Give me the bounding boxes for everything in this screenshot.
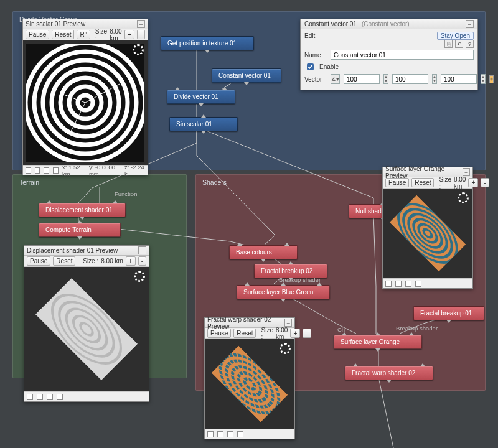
node-get-position[interactable]: Get position in texture 01 (161, 36, 254, 50)
view-icon[interactable] (385, 281, 392, 287)
node-surface-layer-orange[interactable]: Surface layer Orange (334, 335, 422, 349)
port-in[interactable] (77, 220, 82, 223)
view-icon[interactable] (57, 394, 63, 400)
port-in[interactable] (409, 332, 414, 335)
zoom-in-button[interactable]: + (290, 329, 300, 338)
preview-surface-orange[interactable]: Surface layer Orange Preview – Pause Res… (382, 167, 473, 289)
view-icon[interactable] (47, 394, 53, 400)
preview-viewport[interactable] (23, 40, 148, 165)
undo-button[interactable]: ↶ (455, 40, 463, 48)
node-base-colours[interactable]: Base colours (229, 245, 298, 259)
port-in[interactable] (284, 243, 289, 246)
view-icon[interactable] (44, 167, 49, 174)
node-divide-vector[interactable]: Divide vector 01 (167, 90, 235, 104)
zoom-out-button[interactable]: - (138, 256, 146, 266)
zoom-out-button[interactable]: - (481, 178, 489, 187)
view-icon[interactable] (37, 394, 43, 400)
reset-button[interactable]: Reset (53, 256, 75, 266)
inspector-constant-vector[interactable]: Constant vector 01 (Constant vector) – E… (300, 19, 478, 90)
port-out[interactable] (446, 320, 451, 323)
enable-checkbox[interactable] (307, 63, 314, 70)
picker-button[interactable]: ⌖ (489, 75, 494, 83)
port-out[interactable] (77, 236, 82, 240)
port-in[interactable] (47, 200, 52, 203)
node-displacement-shader[interactable]: Displacement shader 01 (39, 203, 126, 217)
vector-x-input[interactable] (344, 74, 380, 84)
name-input[interactable] (331, 50, 474, 60)
node-constant-vector[interactable]: Constant vector 01 (212, 68, 281, 83)
node-compute-terrain[interactable]: Compute Terrain (39, 223, 121, 237)
preview-viewport[interactable] (24, 267, 149, 391)
units-dropdown[interactable]: ∡▾ (331, 74, 340, 84)
preview-sin-scalar[interactable]: Sin scalar 01 Preview – Pause Reset R° S… (22, 19, 148, 175)
preview-viewport[interactable] (383, 189, 472, 278)
port-out[interactable] (201, 131, 206, 134)
stay-open-toggle[interactable]: Stay Open (437, 32, 474, 40)
minimize-button[interactable]: – (137, 20, 145, 28)
action-button[interactable]: ⎘ (444, 40, 453, 48)
port-out[interactable] (244, 82, 249, 85)
port-in[interactable] (288, 261, 293, 264)
zoom-in-button[interactable]: + (468, 178, 478, 187)
view-icon[interactable] (227, 431, 233, 437)
port-in[interactable] (420, 363, 425, 366)
view-icon[interactable] (27, 394, 33, 400)
pause-button[interactable]: Pause (26, 30, 49, 39)
port-in[interactable] (245, 282, 250, 286)
view-icon[interactable] (207, 431, 214, 437)
view-icon[interactable] (53, 167, 59, 174)
stepper[interactable]: ▲▼ (432, 74, 437, 84)
pause-button[interactable]: Pause (207, 329, 231, 338)
edit-menu[interactable]: Edit (304, 32, 315, 39)
stepper[interactable]: ▲▼ (481, 74, 486, 84)
port-out[interactable] (281, 299, 286, 302)
port-out[interactable] (199, 103, 204, 106)
zoom-in-button[interactable]: + (126, 256, 136, 266)
port-in[interactable] (281, 282, 286, 286)
pause-button[interactable]: Pause (385, 178, 409, 187)
help-button[interactable]: ? (466, 40, 474, 48)
port-in[interactable] (201, 114, 206, 118)
port-out[interactable] (205, 50, 210, 53)
reset-button[interactable]: Reset (52, 30, 74, 39)
zoom-out-button[interactable]: - (137, 30, 145, 39)
preview-fractal-warp[interactable]: Fractal warp shader 02 Preview – Pause R… (204, 317, 295, 439)
reset-button[interactable]: Reset (233, 329, 256, 338)
view-icon[interactable] (415, 281, 421, 287)
pause-button[interactable]: Pause (27, 256, 50, 266)
preview-displacement[interactable]: Displacement shader 01 Preview – Pause R… (24, 245, 149, 402)
port-out[interactable] (80, 217, 85, 220)
zoom-out-button[interactable]: - (303, 329, 311, 338)
node-fractal-warp-02[interactable]: Fractal warp shader 02 (345, 366, 433, 380)
preview-viewport[interactable] (205, 339, 294, 429)
view-icon[interactable] (217, 431, 223, 437)
vector-z-input[interactable] (441, 74, 477, 84)
port-in[interactable] (375, 332, 380, 335)
reset-button[interactable]: Reset (411, 178, 434, 187)
port-out[interactable] (387, 380, 392, 383)
port-out[interactable] (375, 348, 380, 352)
zoom-in-button[interactable]: + (125, 30, 134, 39)
view-icon[interactable] (405, 281, 411, 287)
port-in[interactable] (342, 332, 347, 335)
port-out[interactable] (261, 259, 266, 262)
port-in[interactable] (113, 200, 118, 203)
view-icon[interactable] (26, 167, 31, 174)
node-fractal-breakup-01[interactable]: Fractal breakup 01 (413, 306, 484, 320)
port-in[interactable] (353, 363, 358, 366)
view-icon[interactable] (35, 167, 40, 174)
port-in[interactable] (222, 87, 227, 90)
port-in[interactable] (175, 87, 180, 90)
node-surface-layer-blue-green[interactable]: Surface layer Blue Green (237, 285, 330, 299)
minimize-button[interactable]: – (466, 20, 474, 28)
port-in[interactable] (237, 243, 242, 246)
node-sin-scalar[interactable]: Sin scalar 01 (169, 117, 238, 131)
minimize-button[interactable]: – (284, 319, 292, 327)
view-icon[interactable] (237, 431, 243, 437)
vector-y-input[interactable] (392, 74, 428, 84)
rotate-button[interactable]: R° (77, 30, 90, 39)
stepper[interactable]: ▲▼ (383, 74, 388, 84)
port-in[interactable] (317, 282, 322, 286)
minimize-button[interactable]: – (138, 246, 146, 254)
view-icon[interactable] (395, 281, 402, 287)
